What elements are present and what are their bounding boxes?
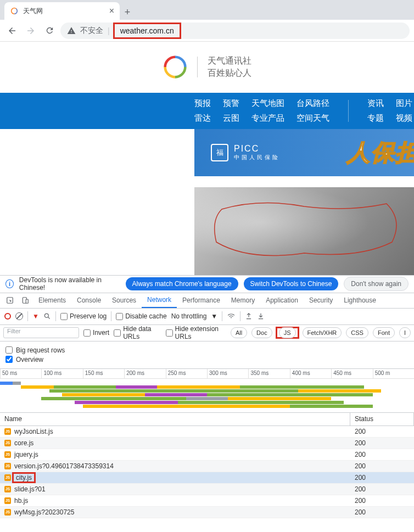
address-bar[interactable]: 不安全 | weather.com.cn (60, 23, 410, 39)
table-row[interactable]: JSversion.js?0.49601738473359314200 (0, 461, 414, 472)
tab-elements[interactable]: Elements (33, 293, 71, 308)
tab-console[interactable]: Console (71, 293, 107, 308)
tab-application[interactable]: Application (260, 293, 304, 308)
timeline-tick: 100 ms (41, 369, 82, 378)
nav-link[interactable]: 空间天气 (296, 113, 329, 124)
table-row[interactable]: JSjquery.js200 (0, 449, 414, 461)
table-row[interactable]: JScity.js200 (0, 472, 414, 484)
preserve-log-checkbox[interactable]: Preserve log (60, 312, 107, 320)
nav-link[interactable]: 预警 (223, 98, 239, 109)
nav-link[interactable]: 专题 (367, 113, 384, 124)
reload-button[interactable] (42, 23, 57, 38)
clear-button[interactable] (15, 312, 23, 320)
filter-icon[interactable]: ▼ (32, 312, 39, 320)
tab-network[interactable]: Network (142, 293, 177, 308)
record-button[interactable] (4, 313, 11, 320)
new-tab-button[interactable]: + (120, 4, 135, 20)
devtools-info-banner: i DevTools is now available in Chinese! … (0, 276, 414, 293)
filter-font[interactable]: Font (373, 327, 395, 338)
picc-label-cn: 中国人民保险 (234, 154, 280, 161)
chevron-down-icon[interactable]: ▼ (211, 312, 217, 320)
tab-memory[interactable]: Memory (226, 293, 260, 308)
svg-point-5 (44, 314, 48, 318)
page-content: 天气通讯社 百姓贴心人 预报雷达 预警云图 天气地图专业产品 台风路径空间天气 … (0, 42, 414, 275)
status-code: 200 (350, 508, 366, 516)
favicon-icon (10, 7, 19, 15)
disable-cache-checkbox[interactable]: Disable cache (116, 312, 166, 320)
filter-img[interactable]: I (399, 327, 411, 338)
search-icon[interactable] (43, 312, 51, 320)
forward-button[interactable] (23, 23, 38, 38)
file-name: jquery.js (14, 451, 38, 458)
js-file-icon: JS (4, 486, 11, 492)
hide-ext-urls-checkbox[interactable]: Hide extension URLs (166, 325, 226, 340)
status-code: 200 (350, 428, 366, 435)
nav-link[interactable]: 预报 (194, 98, 211, 109)
invert-checkbox[interactable]: Invert (83, 329, 109, 337)
nav-link[interactable]: 天气地图 (251, 98, 284, 109)
status-code: 200 (350, 497, 366, 505)
logo-icon (163, 55, 187, 79)
dont-show-button[interactable]: Don't show again (344, 277, 409, 291)
browser-tab[interactable]: 天气网 × (4, 2, 120, 20)
hide-data-urls-checkbox[interactable]: Hide data URLs (114, 325, 161, 340)
file-name: slide.js?01 (14, 485, 46, 493)
nav-link[interactable]: 视频 (396, 113, 412, 124)
banner-message: DevTools is now available in Chinese! (19, 276, 120, 292)
tagline-2: 百姓贴心人 (208, 67, 251, 79)
timeline-tick: 150 ms (83, 369, 124, 378)
tab-lighthouse[interactable]: Lighthouse (338, 293, 382, 308)
download-icon[interactable] (257, 312, 265, 320)
table-row[interactable]: JSwyJsonList.js200 (0, 426, 414, 438)
status-code: 200 (350, 439, 366, 447)
big-rows-checkbox[interactable]: Big request rows (5, 346, 409, 354)
filter-fetch[interactable]: Fetch/XHR (303, 327, 342, 338)
tab-security[interactable]: Security (304, 293, 338, 308)
filter-css[interactable]: CSS (346, 327, 368, 338)
nav-link[interactable]: 云图 (223, 113, 239, 124)
timeline-tick: 350 ms (248, 369, 289, 378)
file-name: wyMsg.js?20230725 (14, 508, 74, 516)
timeline-tick: 200 ms (124, 369, 165, 378)
upload-icon[interactable] (245, 312, 253, 320)
logo-tagline: 天气通讯社 百姓贴心人 (208, 55, 251, 80)
switch-language-button[interactable]: Switch DevTools to Chinese (244, 277, 339, 290)
filter-doc[interactable]: Doc (251, 327, 272, 338)
back-button[interactable] (4, 23, 20, 38)
network-timeline[interactable]: 50 ms100 ms150 ms200 ms250 ms300 ms350 m… (0, 369, 414, 413)
nav-link[interactable]: 资讯 (367, 98, 384, 109)
throttling-select[interactable]: No throttling (171, 312, 207, 320)
device-icon[interactable] (18, 293, 33, 308)
table-row[interactable]: JScore.js200 (0, 438, 414, 449)
weather-map[interactable] (194, 187, 414, 275)
wifi-icon[interactable] (227, 312, 236, 320)
tab-sources[interactable]: Sources (107, 293, 142, 308)
nav-link[interactable]: 雷达 (194, 113, 211, 124)
close-icon[interactable]: × (109, 6, 114, 16)
divider (348, 100, 349, 122)
nav-link[interactable]: 专业产品 (251, 113, 284, 124)
overview-checkbox[interactable]: Overview (5, 356, 409, 363)
table-row[interactable]: JSslide.js?01200 (0, 484, 414, 495)
svg-rect-4 (26, 300, 28, 304)
status-code: 200 (350, 451, 366, 458)
nav-link[interactable]: 台风路径 (296, 98, 329, 109)
filter-input[interactable]: Filter (3, 327, 79, 338)
logo-section: 天气通讯社 百姓贴心人 (0, 42, 414, 93)
filter-all[interactable]: All (231, 327, 247, 338)
network-toolbar: ▼ Preserve log Disable cache No throttli… (0, 309, 414, 325)
file-name: city.js (14, 474, 36, 481)
table-row[interactable]: JSwyMsg.js?20230725200 (0, 507, 414, 518)
security-label: 不安全 (80, 26, 103, 36)
always-match-button[interactable]: Always match Chrome's language (126, 277, 238, 290)
nav-link[interactable]: 图片 (396, 98, 412, 109)
col-name[interactable]: Name (0, 413, 350, 425)
ad-banner[interactable]: 福 PICC 中国人民保险 人保担 (194, 129, 414, 176)
col-status[interactable]: Status (350, 413, 414, 425)
filter-js[interactable]: JS (279, 327, 296, 338)
file-name: version.js?0.49601738473359314 (14, 462, 114, 470)
inspect-icon[interactable] (2, 293, 18, 308)
js-file-icon: JS (4, 497, 11, 504)
tab-performance[interactable]: Performance (177, 293, 226, 308)
table-row[interactable]: JShb.js200 (0, 495, 414, 507)
